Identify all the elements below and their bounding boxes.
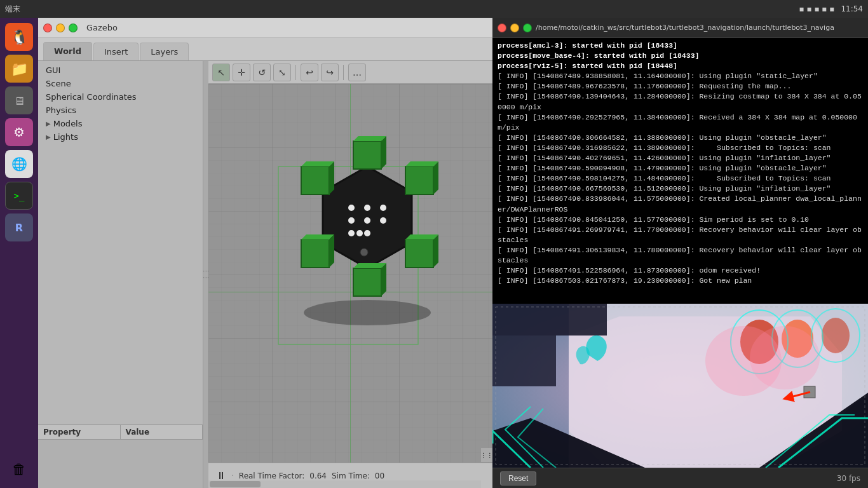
tree-models[interactable]: ▶ Models [38, 117, 203, 130]
dock-display[interactable]: 🖥 [5, 86, 33, 114]
tree-spherical[interactable]: Spherical Coordinates [38, 90, 203, 104]
sim-time-value: 00 [375, 471, 384, 480]
redo-tool[interactable]: ↪ [321, 64, 339, 81]
terminal-line-13: [ INFO] [1540867490.833986044, 11.575000… [498, 194, 863, 214]
rotate-tool[interactable]: ↺ [253, 64, 271, 81]
h-scrollbar[interactable] [208, 480, 481, 488]
svg-marker-24 [329, 161, 334, 194]
tree-scene[interactable]: Scene [38, 77, 203, 90]
toolbar-separator-2 [343, 65, 344, 80]
svg-point-9 [380, 205, 386, 211]
close-button[interactable] [43, 24, 52, 32]
terminal-line-14: [ INFO] [1540867490.845041250, 11.577000… [498, 215, 863, 225]
terminal-line-15: [ INFO] [1540867491.269979741, 11.770000… [498, 225, 863, 245]
sim-time-label: Sim Time: [332, 471, 370, 480]
svg-rect-28 [301, 240, 329, 268]
viewport[interactable]: ↖ ✛ ↺ ⤡ ↩ ↪ … [208, 61, 492, 488]
terminal-close-button[interactable] [498, 24, 506, 32]
svg-rect-39 [492, 336, 556, 386]
fps-display: 30 fps [837, 474, 860, 483]
svg-marker-32 [353, 263, 386, 268]
svg-point-10 [348, 217, 355, 224]
svg-marker-29 [301, 234, 334, 240]
dock-rviz[interactable]: R [5, 214, 33, 241]
cursor-tool[interactable]: ↖ [212, 64, 230, 81]
maximize-button[interactable] [69, 24, 78, 32]
svg-rect-31 [353, 268, 381, 296]
gazebo-tabs: World Insert Layers [38, 38, 492, 61]
real-time-factor-label: Real Time Factor: [239, 471, 304, 480]
tree-lights[interactable]: ▶ Lights [38, 130, 203, 144]
rtf-dot: · [231, 471, 234, 480]
svg-point-34 [360, 248, 368, 256]
terminal-line-12: [ INFO] [1540867490.667569530, 11.512000… [498, 184, 863, 194]
dock-settings[interactable]: ⚙ [5, 118, 33, 146]
h-scrollbar-thumb[interactable] [210, 481, 261, 487]
terminal-line-10: [ INFO] [1540867490.590094908, 11.479000… [498, 163, 863, 173]
panel-collapse-handle[interactable]: ⋮⋮ [481, 448, 492, 462]
svg-marker-21 [433, 161, 438, 194]
dock-trash[interactable]: 🗑 [5, 455, 33, 483]
rviz-bottom-bar: Reset 30 fps [492, 468, 868, 488]
translate-icon: ✛ [238, 67, 245, 78]
taskbar: 端末 ▪ ▪ ▪ ▪ ▪ 11:54 [0, 0, 868, 18]
svg-rect-38 [492, 304, 607, 336]
resize-handle[interactable]: ⋮⋮ [203, 61, 208, 488]
terminal-window: /home/motoi/catkin_ws/src/turtlebot3/tur… [492, 18, 868, 304]
terminal-line-17: [ INFO] [1540867491.522586964, 11.873000… [498, 266, 863, 276]
more-tool[interactable]: … [348, 64, 366, 81]
terminal-icon: >_ [14, 191, 25, 201]
svg-point-48 [750, 326, 820, 390]
terminal-content[interactable]: process[amcl-3]: started with pid [18433… [492, 38, 868, 304]
reset-button[interactable]: Reset [500, 471, 536, 485]
terminal-line-9: [ INFO] [1540867490.402769651, 11.426000… [498, 153, 863, 163]
collapse-icon: ⋮⋮ [480, 452, 492, 459]
settings-icon: ⚙ [13, 125, 25, 140]
terminal-maximize-button[interactable] [523, 24, 532, 32]
spherical-label: Spherical Coordinates [46, 92, 137, 102]
svg-point-14 [356, 230, 363, 236]
ubuntu-icon: 🐧 [11, 29, 28, 45]
undo-tool[interactable]: ↩ [301, 64, 318, 81]
tab-layers[interactable]: Layers [140, 43, 189, 60]
svg-point-8 [364, 205, 370, 211]
dock-chrome[interactable]: 🌐 [5, 150, 33, 178]
scene-label: Scene [46, 79, 71, 88]
terminal-minimize-button[interactable] [510, 24, 519, 32]
minimize-button[interactable] [56, 24, 65, 32]
svg-point-5 [304, 300, 431, 325]
terminal-line-16: [ INFO] [1540867491.306139834, 11.780000… [498, 245, 863, 266]
terminal-line-4: [ INFO] [1540867489.967623578, 11.176000… [498, 81, 863, 92]
redo-icon: ↪ [326, 67, 334, 78]
scene3d[interactable] [208, 84, 492, 463]
clock: 11:54 [841, 4, 863, 13]
terminal-line-2: process[rviz-5]: started with pid [18448… [498, 61, 863, 71]
terminal-line-18: [ INFO] [1540867503.021767873, 19.230000… [498, 276, 863, 286]
tab-world[interactable]: World [43, 42, 92, 60]
terminal-line-7: [ INFO] [1540867490.306664582, 11.388000… [498, 133, 863, 143]
lights-label: Lights [53, 132, 78, 142]
tab-insert[interactable]: Insert [93, 43, 139, 60]
terminal-line-0: process[amcl-3]: started with pid [18433… [498, 41, 863, 51]
dock-terminal[interactable]: >_ [5, 182, 33, 210]
scale-tool[interactable]: ⤡ [273, 64, 291, 81]
toolbar: ↖ ✛ ↺ ⤡ ↩ ↪ … [208, 61, 492, 84]
rviz-icon: R [15, 222, 23, 234]
property-panel: Property Value [38, 424, 203, 488]
dock-files[interactable]: 📁 [5, 55, 33, 83]
svg-marker-18 [381, 136, 386, 169]
translate-tool[interactable]: ✛ [233, 64, 250, 81]
prop-col-property: Property [38, 425, 121, 439]
scale-icon: ⤡ [278, 67, 286, 78]
rviz-content[interactable] [492, 304, 868, 468]
sys-icons: ▪ ▪ ▪ ▪ ▪ [799, 4, 834, 13]
dock-ubuntu[interactable]: 🐧 [5, 23, 33, 51]
files-icon: 📁 [11, 61, 28, 77]
gazebo-titlebar: Gazebo [38, 18, 492, 38]
svg-point-43 [822, 318, 850, 353]
gazebo-content: GUI Scene Spherical Coordinates Physics … [38, 61, 492, 488]
taskbar-left: 端末 [5, 4, 20, 15]
tree-physics[interactable]: Physics [38, 104, 203, 117]
tree-gui[interactable]: GUI [38, 64, 203, 77]
real-time-factor-value: 0.64 [309, 471, 327, 480]
